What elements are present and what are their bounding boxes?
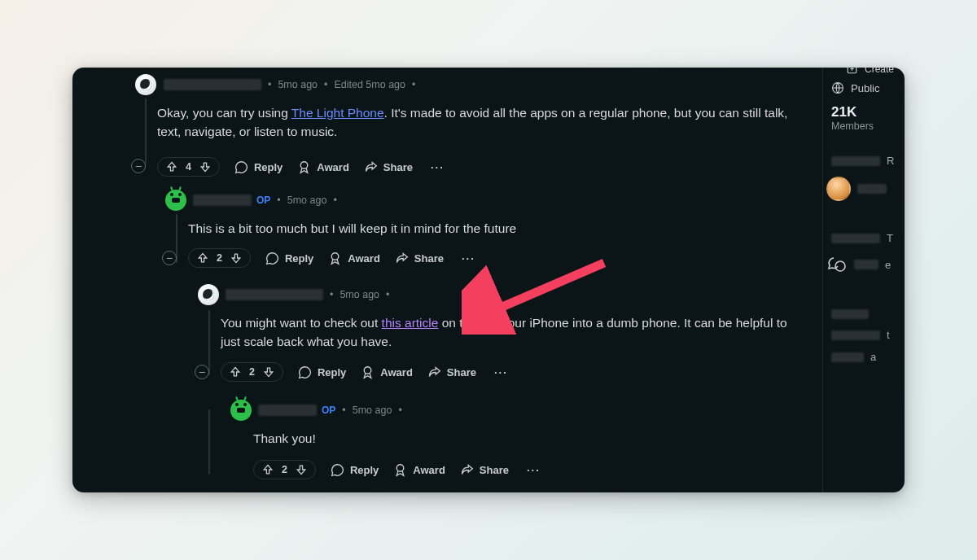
create-label: Create <box>865 68 894 75</box>
reply-button[interactable]: Reply <box>265 252 313 265</box>
username-redacted[interactable] <box>193 195 252 206</box>
separator-dot <box>328 289 335 300</box>
plus-box-icon <box>846 68 858 75</box>
sidebar-item[interactable]: a <box>823 346 900 368</box>
visibility-row: Public <box>823 78 900 98</box>
share-button[interactable]: Share <box>364 160 413 174</box>
svg-point-7 <box>835 261 845 271</box>
separator-dot <box>410 79 417 90</box>
svg-point-1 <box>332 252 340 260</box>
upvote-button[interactable] <box>261 463 274 476</box>
comment-meta: 5mo ago Edited 5mo ago <box>164 79 417 90</box>
sidebar-user-item[interactable] <box>823 172 900 206</box>
sidebar-chat-item[interactable]: e <box>823 249 900 280</box>
comment-age: 5mo ago <box>278 79 318 90</box>
downvote-button[interactable] <box>262 365 275 378</box>
share-button[interactable]: Share <box>395 252 444 265</box>
comment-body: You might want to check out this article… <box>221 313 791 352</box>
award-button[interactable]: Award <box>393 463 445 477</box>
comment-body: Thank you! <box>253 429 774 448</box>
downvote-button[interactable] <box>295 463 308 476</box>
comment-meta: OP 5mo ago <box>193 195 339 206</box>
inline-link[interactable]: The Light Phone <box>291 106 384 120</box>
reply-button[interactable]: Reply <box>298 365 346 379</box>
separator-dot <box>331 195 338 206</box>
separator-dot <box>266 79 273 90</box>
avatar <box>826 177 851 201</box>
collapse-button[interactable]: − <box>195 365 209 379</box>
vote-score: 2 <box>282 464 287 475</box>
comment-actions: 2 Reply Award Share ··· <box>221 362 511 382</box>
award-button[interactable]: Award <box>361 365 413 379</box>
vote-score: 2 <box>217 252 222 264</box>
separator-dot <box>384 289 391 300</box>
reply-button[interactable]: Reply <box>234 160 283 174</box>
more-button[interactable]: ··· <box>524 464 544 476</box>
comment-body: Okay, you can try using The Light Phone.… <box>157 103 792 142</box>
reply-button[interactable]: Reply <box>331 463 379 477</box>
thread-line <box>208 409 210 475</box>
vote-score: 2 <box>249 366 255 378</box>
vote-pill: 2 <box>221 362 283 382</box>
separator-dot <box>396 405 403 416</box>
more-button[interactable]: ··· <box>458 252 479 265</box>
inline-link[interactable]: this article <box>382 316 439 330</box>
vote-pill: 2 <box>253 460 316 479</box>
upvote-button[interactable] <box>165 160 178 173</box>
comment-meta: OP 5mo ago <box>258 405 404 416</box>
username-redacted[interactable] <box>258 405 317 416</box>
separator-dot <box>322 79 329 90</box>
thread-line <box>208 310 210 375</box>
more-button[interactable]: ··· <box>491 366 511 378</box>
award-button[interactable]: Award <box>297 160 349 174</box>
sidebar-item[interactable] <box>823 304 900 324</box>
globe-icon <box>831 81 844 94</box>
username-redacted[interactable] <box>164 79 261 90</box>
vote-score: 4 <box>186 161 191 173</box>
thread-line <box>145 98 147 164</box>
separator-dot <box>340 405 347 416</box>
svg-line-4 <box>480 263 604 317</box>
svg-point-2 <box>365 366 372 374</box>
award-button[interactable]: Award <box>328 252 380 265</box>
svg-point-0 <box>301 161 309 168</box>
separator-dot <box>275 195 282 206</box>
upvote-button[interactable] <box>229 365 242 378</box>
upvote-button[interactable] <box>196 252 209 265</box>
comments-panel: 5mo ago Edited 5mo ago Okay, you can try… <box>72 68 821 492</box>
downvote-button[interactable] <box>199 160 212 173</box>
create-row[interactable]: Create <box>823 68 900 78</box>
sidebar-item[interactable]: t <box>823 324 900 346</box>
vote-pill: 2 <box>188 248 251 268</box>
op-badge: OP <box>322 405 335 416</box>
comment-edited: Edited 5mo ago <box>334 79 405 90</box>
collapse-button[interactable]: − <box>131 159 146 173</box>
chat-icon <box>826 254 848 275</box>
comment-meta: 5mo ago <box>226 289 391 300</box>
collapse-button[interactable]: − <box>162 251 177 265</box>
avatar[interactable] <box>165 190 186 211</box>
avatar[interactable] <box>198 284 219 305</box>
avatar[interactable] <box>230 400 252 421</box>
op-badge: OP <box>256 195 270 206</box>
share-button[interactable]: Share <box>460 463 509 477</box>
more-button[interactable]: ··· <box>427 161 448 173</box>
community-sidebar: Create Public 21K Members R T e t a <box>822 68 900 492</box>
comment-age: 5mo ago <box>287 195 327 206</box>
member-label: Members <box>823 120 900 132</box>
username-redacted[interactable] <box>226 289 323 300</box>
comment-actions: 2 Reply Award Share ··· <box>188 248 479 268</box>
comment-age: 5mo ago <box>353 405 392 416</box>
share-button[interactable]: Share <box>427 365 476 379</box>
avatar[interactable] <box>135 74 156 95</box>
visibility-label: Public <box>851 82 879 94</box>
vote-pill: 4 <box>157 157 220 177</box>
app-window: 5mo ago Edited 5mo ago Okay, you can try… <box>72 68 905 492</box>
comment-body: This is a bit too much but I will keep i… <box>188 219 791 238</box>
sidebar-item[interactable]: T <box>823 227 900 249</box>
sidebar-item[interactable]: R <box>823 150 900 172</box>
comment-actions: 4 Reply Award Share ··· <box>157 157 448 177</box>
member-count: 21K <box>823 98 900 120</box>
svg-point-3 <box>397 464 405 471</box>
downvote-button[interactable] <box>230 252 243 265</box>
